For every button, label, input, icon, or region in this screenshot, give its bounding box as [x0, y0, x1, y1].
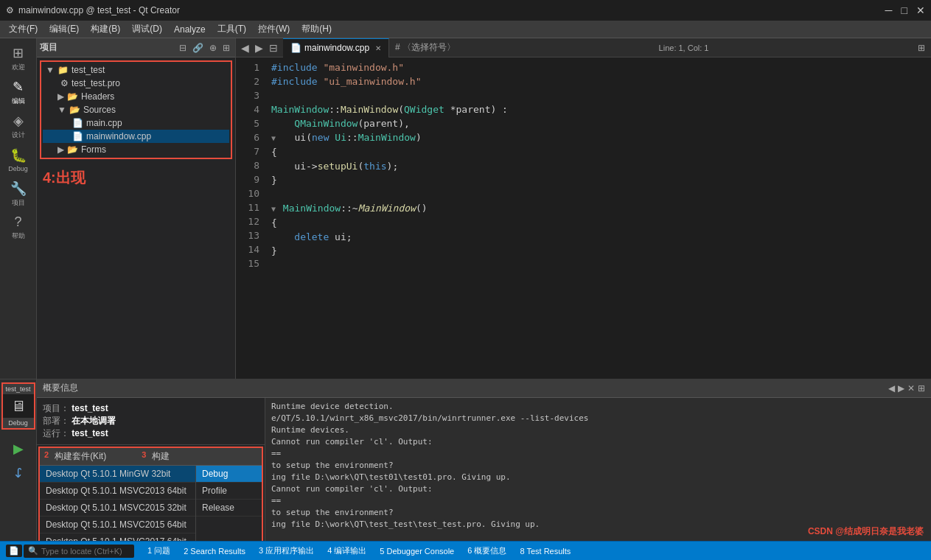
- menu-edit[interactable]: 编辑(E): [43, 21, 85, 37]
- log-line-6: ing file D:\work\QT\test01\test01.pro. G…: [271, 472, 925, 483]
- log-line-3: Cannot run compiler 'cl'. Output:: [271, 436, 925, 448]
- editor-position: Line: 1, Col: 1: [659, 43, 709, 52]
- project-toolbar-icons: ⊟ 🔗 ⊕ ⊞: [177, 41, 232, 55]
- panel-nav-next[interactable]: ▶: [898, 383, 904, 393]
- sidebar-label-project: 项目: [12, 198, 25, 208]
- right-area: ◀ ▶ ⊟ 📄 mainwindow.cpp ✕ # 〈选择符号〉 Line: …: [236, 38, 931, 379]
- tree-item-root[interactable]: ▼ 📁 test_test: [43, 63, 229, 77]
- step-button[interactable]: ↪: [8, 459, 29, 486]
- tab-close-button[interactable]: ✕: [375, 44, 381, 52]
- kit-item-3[interactable]: Desktop Qt 5.10.1 MSVC2015 64bit: [40, 517, 195, 533]
- tree-item-main-cpp[interactable]: 📄 main.cpp: [43, 116, 229, 130]
- status-item-0[interactable]: 1 问题: [142, 545, 176, 556]
- deploy-label: 部署：: [43, 416, 69, 426]
- tree-label-main-cpp: main.cpp: [86, 118, 122, 128]
- status-search-box[interactable]: 🔍: [24, 545, 134, 558]
- code-line-12: {: [271, 216, 925, 230]
- code-line-13: delete ui;: [271, 230, 925, 244]
- log-line-0: Runtime device detection.: [271, 401, 925, 413]
- breadcrumb-bar: # 〈选择符号〉 Line: 1, Col: 1 ⊞: [389, 41, 931, 54]
- folder-icon: 📁: [57, 65, 69, 75]
- design-icon: ◈: [13, 113, 24, 129]
- kit-item-0[interactable]: Desktop Qt 5.10.1 MinGW 32bit: [40, 466, 195, 483]
- filter-icon[interactable]: ⊟: [177, 41, 189, 55]
- line-numbers: 12345 678910 1112131415: [236, 57, 265, 379]
- sidebar-item-help[interactable]: ? 帮助: [1, 211, 35, 245]
- sidebar-item-design[interactable]: ◈ 设计: [1, 109, 35, 143]
- tree-item-mainwindow-cpp[interactable]: 📄 mainwindow.cpp: [43, 130, 229, 143]
- expand-icon[interactable]: ⊕: [207, 41, 219, 55]
- window-title: mainwindow.cpp @ test_test - Qt Creator: [18, 5, 180, 15]
- tab-menu-button[interactable]: ⊟: [267, 42, 280, 54]
- tab-forward-button[interactable]: ▶: [253, 42, 265, 54]
- output-log: Runtime device detection. e/QT/5.10.1/wi…: [265, 398, 931, 541]
- code-editor[interactable]: 12345 678910 1112131415 #include "mainwi…: [236, 57, 931, 379]
- menu-help[interactable]: 帮助(H): [296, 21, 338, 37]
- maximize-button[interactable]: □: [902, 4, 907, 16]
- log-line-1: e/QT/5.10.1/winrt_x86_msvc2017/bin/winrt…: [271, 413, 925, 424]
- search-input[interactable]: [41, 547, 130, 556]
- tab-back-button[interactable]: ◀: [239, 42, 251, 54]
- expand-editor-button[interactable]: ⊞: [918, 43, 925, 53]
- config-item-2[interactable]: Release: [196, 500, 262, 517]
- status-item-3[interactable]: 4 编译输出: [321, 545, 372, 556]
- code-content[interactable]: #include "mainwindow.h" #include "ui_mai…: [265, 57, 931, 379]
- tree-item-pro[interactable]: ⚙ test_test.pro: [43, 77, 229, 90]
- kit-item-2[interactable]: Desktop Qt 5.10.1 MSVC2015 32bit: [40, 500, 195, 517]
- run-controls: ▶ ↪: [5, 438, 32, 483]
- collapse-icon[interactable]: ⊞: [220, 41, 232, 55]
- log-line-8: ==: [271, 495, 925, 507]
- code-line-10: [271, 187, 925, 201]
- titlebar: ⚙ mainwindow.cpp @ test_test - Qt Creato…: [0, 0, 931, 21]
- menu-controls[interactable]: 控件(W): [252, 21, 296, 37]
- close-button[interactable]: ✕: [916, 4, 925, 16]
- config-item-0[interactable]: Debug: [196, 466, 262, 483]
- status-item-4[interactable]: 5 Debugger Console: [374, 547, 460, 556]
- config-list: Debug Profile Release: [195, 466, 262, 541]
- debug-icon: 🐛: [10, 147, 27, 164]
- tree-item-forms[interactable]: ▶ 📂 Forms: [43, 143, 229, 156]
- tree-item-sources[interactable]: ▼ 📂 Sources: [43, 103, 229, 116]
- title-controls[interactable]: ─ □ ✕: [885, 4, 925, 16]
- sidebar-item-project[interactable]: 🔧 项目: [1, 177, 35, 211]
- status-item-2[interactable]: 3 应用程序输出: [253, 545, 320, 556]
- build-panels-row: Desktop Qt 5.10.1 MinGW 32bit Desktop Qt…: [40, 466, 262, 541]
- tab-navigation: ◀ ▶ ⊟: [236, 42, 283, 54]
- run-value: test_test: [72, 428, 108, 438]
- search-icon: 🔍: [28, 546, 38, 556]
- link-icon[interactable]: 🔗: [190, 41, 206, 55]
- status-item-5[interactable]: 6 概要信息: [461, 545, 512, 556]
- panel-nav-prev[interactable]: ◀: [888, 383, 895, 393]
- menu-file[interactable]: 文件(F): [3, 21, 43, 37]
- panel-close-button[interactable]: ✕: [907, 383, 915, 393]
- app-icon: ⚙: [6, 5, 14, 15]
- kit-item-1[interactable]: Desktop Qt 5.10.1 MSVC2013 64bit: [40, 483, 195, 500]
- panel-float-button[interactable]: ⊞: [918, 383, 925, 393]
- menu-build[interactable]: 构建(B): [85, 21, 126, 37]
- status-item-6[interactable]: 8 Test Results: [514, 547, 576, 556]
- kit-item-4[interactable]: Desktop Qt 5.10.1 MSVC2017 64bit: [40, 533, 195, 541]
- menu-analyze[interactable]: Analyze: [168, 23, 212, 36]
- watermark-text: CSDN @结成明日奈是我老婆: [808, 526, 924, 536]
- log-line-5: to setup the environment?: [271, 460, 925, 472]
- sidebar-item-welcome[interactable]: ⊞ 欢迎: [1, 41, 35, 75]
- project-icon: 🔧: [10, 181, 27, 197]
- sidebar-item-edit[interactable]: ✎ 编辑: [1, 75, 35, 109]
- debug-kit-button[interactable]: 🖥: [3, 394, 34, 418]
- menu-tools[interactable]: 工具(T): [212, 21, 252, 37]
- code-line-2: #include "ui_mainwindow.h": [271, 74, 925, 88]
- minimize-button[interactable]: ─: [885, 4, 893, 16]
- menu-debug[interactable]: 调试(D): [126, 21, 168, 37]
- config-header-label: 构建: [152, 450, 170, 463]
- sidebar-item-debug[interactable]: 🐛 Debug: [1, 143, 35, 177]
- run-button[interactable]: ▶: [5, 438, 32, 459]
- tree-item-headers[interactable]: ▶ 📂 Headers: [43, 90, 229, 103]
- code-line-5: QMainWindow(parent),: [271, 116, 925, 130]
- run-label: 运行：: [43, 428, 69, 438]
- active-editor-tab[interactable]: 📄 mainwindow.cpp ✕: [283, 38, 389, 57]
- config-item-1[interactable]: Profile: [196, 483, 262, 500]
- bottom-toolbar-right: ◀ ▶ ✕ ⊞: [888, 383, 925, 393]
- status-item-1[interactable]: 2 Search Results: [178, 547, 251, 556]
- bottom-panel-label: 概要信息: [43, 382, 78, 394]
- main-layout: ⊞ 欢迎 ✎ 编辑 ◈ 设计 🐛 Debug 🔧 项目 ? 帮助 项目 ⊟: [0, 38, 931, 379]
